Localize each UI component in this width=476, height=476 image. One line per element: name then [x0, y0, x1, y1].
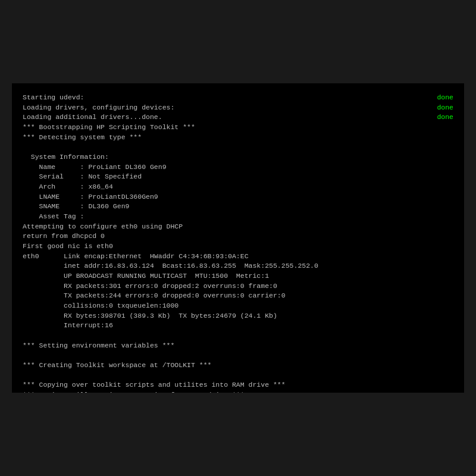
- done-label-1: done: [437, 93, 453, 103]
- done-status-block: done done done: [437, 93, 453, 123]
- terminal-content: done done done Starting udevd: Loading d…: [23, 93, 453, 383]
- terminal-output: Starting udevd: Loading drivers, configu…: [23, 93, 453, 393]
- done-label-3: done: [437, 112, 453, 123]
- done-label-2: done: [437, 103, 453, 113]
- terminal-window: done done done Starting udevd: Loading d…: [12, 83, 464, 393]
- line-starting-udevd: Starting udevd: Loading drivers, configu…: [23, 93, 318, 393]
